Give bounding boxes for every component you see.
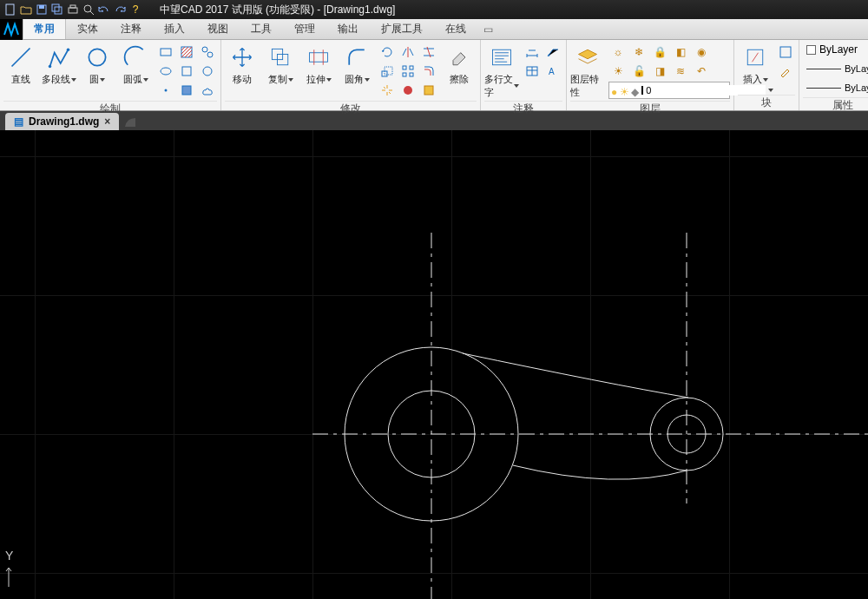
ucs-icon: Y	[5, 549, 21, 589]
circle-button[interactable]: 圆	[80, 42, 115, 86]
polygon-icon[interactable]	[177, 63, 196, 80]
svg-point-15	[202, 47, 207, 52]
help-icon[interactable]: ?	[128, 3, 142, 16]
svg-rect-29	[403, 73, 406, 76]
tab-annotation[interactable]: 注释	[109, 19, 153, 39]
layer-match-icon[interactable]: ≋	[671, 63, 690, 80]
tab-insert[interactable]: 插入	[153, 19, 196, 39]
svg-text:A: A	[549, 67, 555, 76]
new-tab-button[interactable]	[122, 115, 140, 130]
doc-tab[interactable]: ▤ Drawing1.dwg ×	[5, 113, 119, 130]
tab-view[interactable]: 视图	[196, 19, 240, 39]
layer-iso-icon[interactable]: ◧	[671, 43, 690, 61]
open-icon[interactable]	[19, 3, 33, 16]
erase-button[interactable]: 擦除	[442, 42, 477, 86]
layer-uniso-icon[interactable]: ◨	[650, 63, 669, 80]
tab-online[interactable]: 在线	[434, 19, 477, 39]
rotate-icon[interactable]	[378, 43, 397, 61]
svg-rect-21	[182, 86, 191, 95]
new-icon[interactable]	[3, 3, 17, 16]
svg-point-31	[404, 86, 412, 95]
chevron-down-icon	[514, 84, 519, 88]
drawing-canvas[interactable]: Y	[0, 130, 868, 599]
block-create-icon[interactable]	[776, 43, 795, 61]
svg-line-8	[90, 11, 94, 15]
tab-output[interactable]: 输出	[326, 19, 370, 39]
stretch-button[interactable]: 拉伸	[301, 42, 336, 86]
linetype-control[interactable]: ByLayer	[803, 61, 868, 76]
redo-icon[interactable]	[113, 3, 127, 16]
arc-label: 圆弧	[123, 73, 142, 86]
revcloud-icon[interactable]	[198, 82, 217, 99]
dwg-icon: ▤	[14, 115, 23, 128]
table-icon[interactable]	[523, 63, 542, 80]
chevron-down-icon	[763, 78, 768, 82]
layer-manager-button[interactable]: 图层特性	[570, 42, 605, 99]
layer-prev-icon[interactable]: ↶	[692, 63, 711, 80]
mtext-button[interactable]: 多行文字	[484, 42, 519, 99]
color-control[interactable]: ByLayer	[803, 42, 868, 57]
svg-rect-37	[780, 47, 791, 57]
plot-icon[interactable]	[66, 3, 80, 16]
offset-icon[interactable]	[419, 63, 438, 80]
svg-point-17	[161, 68, 171, 75]
block-edit-icon[interactable]	[776, 63, 795, 80]
layer-off-icon[interactable]: ☼	[608, 43, 628, 61]
tab-common[interactable]: 常用	[23, 19, 66, 39]
leader-icon[interactable]	[543, 43, 562, 61]
ucs-y-label: Y	[5, 549, 13, 563]
dimstyle-icon[interactable]: A	[543, 63, 562, 80]
svg-point-19	[203, 67, 212, 76]
copy-button[interactable]: 复制	[263, 42, 298, 86]
undo-icon[interactable]	[97, 3, 111, 16]
donut-icon[interactable]	[177, 82, 196, 99]
minimize-ribbon-icon[interactable]: ▭	[477, 19, 499, 39]
array-icon[interactable]	[398, 63, 418, 80]
panel-draw: 直线 多段线 圆 圆弧	[0, 40, 221, 110]
panel-modify-label: 修改	[225, 101, 477, 115]
mirror-icon[interactable]	[398, 43, 418, 61]
tab-manage[interactable]: 管理	[283, 19, 326, 39]
ellipse-icon[interactable]	[156, 63, 175, 80]
svg-rect-27	[403, 66, 406, 69]
explode-icon[interactable]	[378, 82, 397, 99]
join-icon[interactable]	[419, 82, 438, 99]
layer-lock-icon[interactable]: 🔒	[650, 43, 669, 61]
svg-rect-28	[410, 66, 413, 69]
layer-dropdown[interactable]: ● ☀ ◆	[608, 82, 730, 99]
arc-button[interactable]: 圆弧	[118, 42, 153, 86]
trim-icon[interactable]	[419, 43, 438, 61]
save-icon[interactable]	[35, 3, 49, 16]
close-icon[interactable]: ×	[104, 115, 110, 128]
layer-freeze-icon[interactable]: ❄	[629, 43, 648, 61]
saveall-icon[interactable]	[50, 3, 64, 16]
layer-unlock-icon[interactable]: 🔓	[629, 63, 648, 80]
dimlinear-icon[interactable]	[523, 43, 542, 61]
lineweight-control[interactable]: ByLayer	[803, 80, 868, 95]
app-logo-icon[interactable]	[0, 19, 23, 40]
point-icon[interactable]	[156, 82, 175, 99]
tab-tools[interactable]: 工具	[240, 19, 283, 39]
svg-rect-30	[410, 73, 413, 76]
preview-icon[interactable]	[82, 3, 95, 16]
rectangle-icon[interactable]	[156, 43, 175, 61]
spline-icon[interactable]	[198, 43, 217, 61]
panel-block: 插入 块	[734, 40, 799, 110]
line-button[interactable]: 直线	[3, 42, 38, 86]
move-button[interactable]: 移动	[225, 42, 260, 86]
polyline-button[interactable]: 多段线	[42, 42, 76, 86]
scale-icon[interactable]	[378, 63, 397, 80]
erase-label: 擦除	[450, 73, 469, 86]
linetype-preview	[806, 69, 841, 69]
region-icon[interactable]	[198, 63, 217, 80]
fillet-button[interactable]: 圆角	[339, 42, 374, 86]
hatch-icon[interactable]	[177, 43, 196, 61]
lock-icon: ◆	[631, 86, 639, 95]
layer-on-icon[interactable]: ◉	[692, 43, 711, 61]
copy-label: 复制	[268, 73, 287, 86]
break-icon[interactable]	[398, 82, 418, 99]
insert-block-button[interactable]: 插入	[738, 42, 773, 86]
tab-extension[interactable]: 扩展工具	[370, 19, 434, 39]
tab-solid[interactable]: 实体	[66, 19, 109, 39]
layer-thaw-icon[interactable]: ☀	[608, 63, 628, 80]
